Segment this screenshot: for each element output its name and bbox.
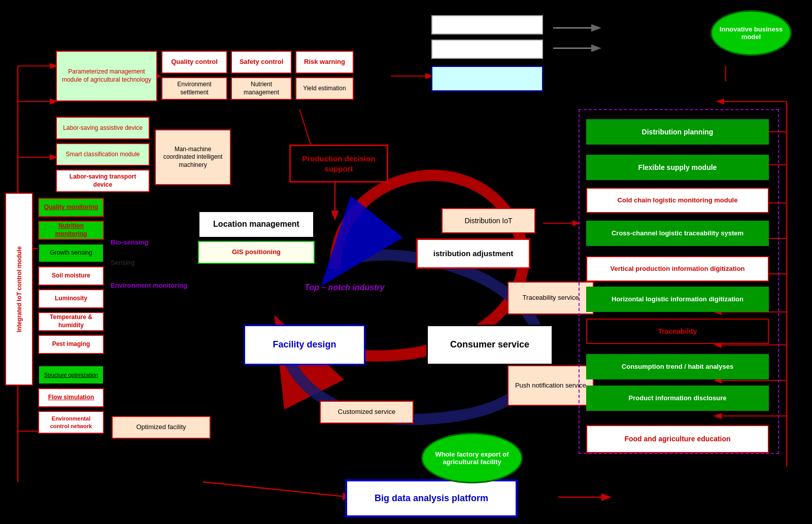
consumer-service-box: Consumer service: [426, 325, 553, 365]
nutrition-monitoring-box: Nutrition monitoring: [38, 221, 104, 240]
top-center-box: [431, 66, 543, 91]
svg-line-20: [203, 482, 350, 497]
customized-service-box: Customized service: [320, 401, 414, 424]
yield-estimation-box: Yield estimation: [295, 77, 354, 100]
structure-optimization-box: Structure optimization: [38, 365, 104, 385]
main-diagram: Innovative business model Parameterized …: [0, 0, 812, 524]
labor-saving-box: Labor-saving assistive device: [56, 117, 150, 139]
vertical-production-box: Vertical production information digitiza…: [586, 256, 769, 282]
quality-control-box: Quality control: [161, 51, 227, 74]
food-agriculture-box: Food and agriculture education: [586, 425, 769, 453]
cold-chain-box: Cold chain logistic monitoring module: [586, 188, 769, 213]
top-right-box1: [431, 15, 543, 34]
nutrient-management-box: Nutrient management: [231, 77, 292, 100]
temperature-humidity-box: Temperature & humidity: [38, 312, 104, 331]
gis-positioning-box: GIS positioning: [198, 241, 315, 264]
facility-design-box: Facility design: [244, 325, 365, 365]
consumption-trend-box: Consumption trend / habit analyses: [586, 354, 769, 379]
man-machine-box: Man-machine coordinated intelligent mach…: [155, 129, 231, 185]
safety-control-box: Safety control: [231, 51, 292, 74]
horizontal-logistic-box: Horizontal logistic information digitiza…: [586, 287, 769, 312]
cross-channel-box: Cross-channel logistic traceability syst…: [586, 221, 769, 246]
parameterized-label: Parameterized management module of agric…: [60, 68, 153, 84]
risk-warning-box: Risk warning: [295, 51, 354, 74]
top-notch-label: Top – notch industry: [304, 283, 385, 292]
env-monitoring-label: Environment monitoring: [111, 282, 187, 289]
distribution-iot-box: Distribution IoT: [442, 208, 535, 233]
quality-monitoring-box: Quality monitoring: [38, 198, 104, 217]
flow-simulation-box: Flow simulation: [38, 388, 104, 407]
sensing-label: Sensing: [111, 259, 134, 266]
growth-sensing-box: Growth sensing: [38, 243, 104, 263]
production-decision-box: Production decision support: [289, 145, 388, 183]
distribution-adjustment-box: istribution adjustment: [416, 238, 530, 269]
big-data-box: Big data analysis platform: [345, 479, 518, 517]
distribution-planning-box: Distribution planning: [586, 119, 769, 145]
parameterized-box: Parameterized management module of agric…: [56, 51, 157, 101]
top-right-box2: [431, 40, 543, 59]
innovative-label: Innovative business model: [712, 23, 790, 43]
bio-sensing-label: Bio-sensing: [111, 238, 148, 246]
labor-transport-box: Labor-saving transport device: [56, 169, 150, 192]
innovative-business-ellipse: Innovative business model: [710, 10, 792, 56]
environment-settlement-box: Environment settlement: [161, 77, 227, 100]
whole-factory-ellipse: Whole factory export of agricultural fac…: [421, 433, 523, 483]
product-info-box: Product information disclosure: [586, 386, 769, 411]
env-control-box: Environmental control network: [38, 411, 104, 434]
optimized-facility-box: Optimized facility: [112, 416, 211, 439]
pest-imaging-box: Pest imaging: [38, 335, 104, 354]
soil-moisture-box: Soil moisture: [38, 266, 104, 286]
flexible-supply-box: Flexible supply module: [586, 155, 769, 180]
location-management-box: Location management: [198, 211, 315, 238]
traceability-box: Traceability: [586, 319, 769, 344]
integrated-iot-bar: Integrated IoT control module: [5, 193, 33, 386]
luminosity-box: Luminosity: [38, 289, 104, 308]
smart-classification-box: Smart classification module: [56, 143, 150, 166]
